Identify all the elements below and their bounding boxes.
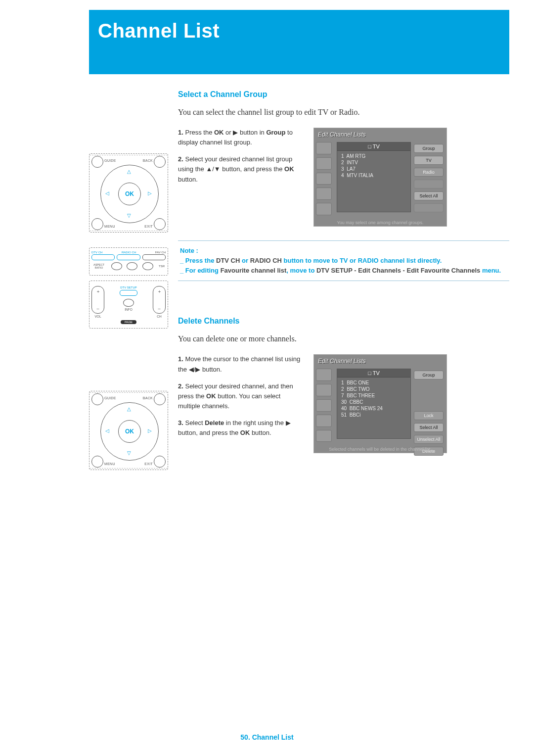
page-banner: Channel List [89,10,509,74]
shot2-btn-group: Group [414,371,444,379]
shot1-btn-radio: Radio [414,168,444,177]
shot1-btn-group: Group [414,144,444,153]
remote-diagram-buttons: DTV CHRADIO CHFAV CH ASPECT RATIOTSR ＋– … [89,247,168,329]
shot1-btn-tv: TV [414,156,444,165]
shot2-btn-unselectall: Unselect All [414,435,444,444]
screenshot-edit-channel-lists-1: Edit Channel Lists □ TV 1 AM RTG 2 INTV … [313,128,447,227]
remote-ok-button: OK [118,183,141,205]
shot1-btn-selectall: Select All [414,191,444,200]
section-heading-select-group: Select a Channel Group [178,90,509,99]
steps-delete: 1. Move the cursor to the channel list u… [178,354,302,445]
shot2-btn-lock: Lock [414,411,444,420]
screenshot-edit-channel-lists-2: Edit Channel Lists □ TV 1 BBC ONE 2 BBC … [313,354,447,453]
section-intro: You can select the channel list group to… [178,108,509,117]
note-block: Note : _ Press the DTV CH or RADIO CH bu… [178,240,509,281]
page-title: Channel List [89,10,509,42]
section-heading-delete: Delete Channels [178,317,509,326]
page-footer: 50. Channel List [0,733,534,741]
remote-diagram-navpad-1: GUIDE BACK MENU EXIT OK △ ▽ ◁ ▷ [89,153,168,233]
section-intro-delete: You can delete one or more channels. [178,334,509,343]
steps-select-group: 1. Press the OK or ▶ button in Group to … [178,128,302,191]
shot2-btn-selectall: Select All [414,423,444,432]
remote-diagram-navpad-2: GUIDE BACK MENU EXIT OK △ ▽ ◁ ▷ [89,391,168,470]
